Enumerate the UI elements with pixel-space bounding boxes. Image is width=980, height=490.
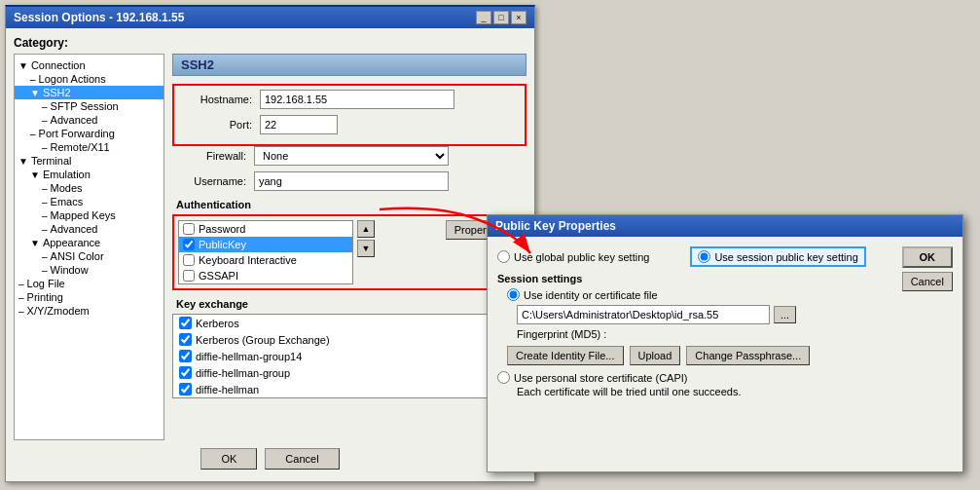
port-row: Port: [178, 115, 521, 134]
tree-item-port-forwarding[interactable]: –Port Forwarding [15, 127, 163, 140]
ke-item-diffie-hellman[interactable]: diffie-hellman [173, 381, 504, 397]
ke-label: Key exchange [172, 298, 526, 310]
auth-item-gssapi[interactable]: GSSAPI [179, 268, 352, 283]
tree-item-connection[interactable]: ▼Connection [15, 58, 163, 72]
tree-item-window[interactable]: –Window [15, 263, 163, 277]
main-area: ▼Connection–Logon Actions▼SSH2–SFTP Sess… [14, 54, 526, 440]
right-panel: SSH2 Hostname: Port: Firewall: None [172, 54, 526, 440]
create-identity-button[interactable]: Create Identity File... [507, 346, 624, 365]
tree-item-printing[interactable]: –Printing [15, 290, 163, 304]
ke-item-diffie-hellman-group[interactable]: diffie-hellman-group [173, 364, 504, 381]
tree-item-remote-x11[interactable]: –Remote/X11 [15, 140, 163, 154]
username-input[interactable] [254, 171, 449, 191]
hostname-label: Hostname: [182, 94, 260, 105]
bottom-buttons: OK Cancel [14, 440, 526, 473]
tree-item-ansi-color[interactable]: –ANSI Color [15, 249, 163, 263]
identity-radio[interactable] [507, 288, 520, 301]
pk-ok-button[interactable]: OK [902, 246, 954, 268]
auth-list: PasswordPublicKeyKeyboard InteractiveGSS… [178, 220, 353, 284]
tree-item-emulation[interactable]: ▼Emulation [15, 168, 163, 181]
pk-title-bar: Public Key Properties [488, 215, 962, 237]
pk-cancel-button[interactable]: Cancel [902, 272, 954, 291]
auth-list-container: PasswordPublicKeyKeyboard InteractiveGSS… [178, 220, 440, 284]
pk-browse-button[interactable]: ... [774, 306, 796, 323]
tree-item-xyz[interactable]: –X/Y/Zmodem [15, 304, 163, 318]
global-key-label: Use global public key setting [514, 251, 649, 263]
session-options-title-bar: Session Options - 192.168.1.55 _ □ × [6, 7, 534, 28]
minimize-button[interactable]: _ [476, 11, 491, 24]
pk-ok-cancel: OK Cancel [902, 246, 954, 291]
auth-area: PasswordPublicKeyKeyboard InteractiveGSS… [172, 214, 526, 290]
pk-capi-note: Each certificate will be tried until one… [517, 386, 953, 397]
hostname-port-group: Hostname: Port: [172, 84, 526, 146]
firewall-label: Firewall: [176, 150, 254, 162]
tree-item-ssh2[interactable]: ▼SSH2 [15, 86, 163, 99]
firewall-select[interactable]: None [254, 146, 449, 166]
identity-label: Use identity or certificate file [524, 289, 658, 301]
port-input[interactable] [260, 115, 338, 134]
auth-down-button[interactable]: ▼ [357, 240, 375, 257]
pk-radio-row: Use global public key setting Use sessio… [497, 246, 953, 267]
tree-item-sftp[interactable]: –SFTP Session [15, 99, 163, 113]
section-header: SSH2 [172, 54, 526, 76]
global-key-radio[interactable] [497, 250, 510, 263]
pk-file-input[interactable] [517, 305, 770, 324]
session-key-radio[interactable] [698, 250, 710, 263]
username-label: Username: [176, 175, 254, 187]
session-key-option: Use session public key setting [690, 246, 865, 267]
pk-content: Use global public key setting Use sessio… [488, 237, 962, 407]
session-key-label: Use session public key setting [714, 251, 857, 263]
tree-item-appearance[interactable]: ▼Appearance [15, 236, 163, 249]
tree-item-mapped-keys[interactable]: –Mapped Keys [15, 208, 163, 222]
maximize-button[interactable]: □ [493, 11, 509, 24]
tree-item-modes[interactable]: –Modes [15, 181, 163, 195]
global-key-option: Use global public key setting [497, 250, 649, 263]
title-bar-buttons: _ □ × [476, 11, 526, 24]
session-options-window: Session Options - 192.168.1.55 _ □ × Cat… [5, 5, 535, 482]
ke-area: KerberosKerberos (Group Exchange)diffie-… [172, 314, 526, 398]
tree-panel: ▼Connection–Logon Actions▼SSH2–SFTP Sess… [14, 54, 164, 440]
tree-item-log-file[interactable]: –Log File [15, 277, 163, 290]
pk-title: Public Key Properties [495, 219, 616, 233]
capi-label: Use personal store certificate (CAPI) [514, 372, 688, 384]
key-exchange-section: Key exchange KerberosKerberos (Group Exc… [172, 298, 526, 398]
capi-radio[interactable] [497, 371, 510, 384]
auth-section: Authentication PasswordPublicKeyKeyboard… [172, 199, 526, 290]
auth-label: Authentication [172, 199, 526, 210]
auth-item-publickey[interactable]: PublicKey [179, 237, 352, 252]
auth-arrows: ▲ ▼ [357, 220, 375, 284]
pk-window: Public Key Properties OK Cancel Use glob… [487, 214, 963, 472]
tree-item-logon-actions[interactable]: –Logon Actions [15, 72, 163, 86]
hostname-row: Hostname: [178, 90, 521, 109]
session-settings-label: Session settings [497, 273, 953, 284]
hostname-input[interactable] [260, 90, 454, 109]
ke-item-kerberos-group-exchange[interactable]: Kerberos (Group Exchange) [173, 331, 504, 348]
fingerprint-label: Fingerprint (MD5) : [517, 328, 606, 340]
ke-item-kerberos[interactable]: Kerberos [173, 315, 504, 331]
port-label: Port: [182, 119, 260, 131]
ke-item-diffie-hellman-group14[interactable]: diffie-hellman-group14 [173, 348, 504, 364]
auth-up-button[interactable]: ▲ [357, 220, 375, 238]
upload-button[interactable]: Upload [630, 346, 681, 365]
tree-item-advanced[interactable]: –Advanced [15, 113, 163, 127]
change-passphrase-button[interactable]: Change Passphrase... [686, 346, 810, 365]
tree-item-emacs[interactable]: –Emacs [15, 195, 163, 208]
pk-capi-row: Use personal store certificate (CAPI) [497, 371, 953, 384]
auth-item-keyboard-interactive[interactable]: Keyboard Interactive [179, 252, 352, 268]
username-row: Username: [172, 171, 526, 191]
pk-file-row: ... [517, 305, 953, 324]
identity-radio-row: Use identity or certificate file [507, 288, 953, 301]
pk-fingerprint-row: Fingerprint (MD5) : [517, 328, 953, 340]
ok-button[interactable]: OK [200, 448, 257, 470]
ke-list: KerberosKerberos (Group Exchange)diffie-… [172, 314, 505, 398]
tree-item-adv2[interactable]: –Advanced [15, 222, 163, 236]
window-content: Category: ▼Connection–Logon Actions▼SSH2… [6, 28, 534, 481]
cancel-button[interactable]: Cancel [265, 448, 339, 470]
auth-item-password[interactable]: Password [179, 221, 352, 237]
session-options-title: Session Options - 192.168.1.55 [14, 11, 184, 24]
pk-action-btns: Create Identity File... Upload Change Pa… [507, 346, 953, 365]
close-button[interactable]: × [511, 11, 526, 24]
category-label: Category: [14, 36, 526, 50]
tree-item-terminal[interactable]: ▼Terminal [15, 154, 163, 168]
firewall-row: Firewall: None [172, 146, 526, 166]
